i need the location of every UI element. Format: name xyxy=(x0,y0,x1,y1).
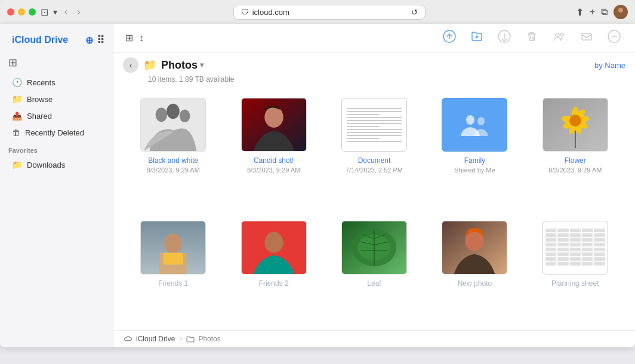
forward-button[interactable]: › xyxy=(75,5,82,18)
file-item-family[interactable]: Family Shared by Me xyxy=(429,93,520,206)
svg-point-35 xyxy=(264,232,283,253)
close-button[interactable] xyxy=(7,8,14,16)
file-meta-flower: 8/3/2023, 9:29 AM xyxy=(548,166,602,175)
traffic-lights xyxy=(7,8,36,16)
breadcrumb-area: ‹ 📁 Photos ▾ by Name xyxy=(113,53,635,75)
add-icloud-button[interactable]: ⊕ xyxy=(85,35,93,46)
folder-icon: 📁 xyxy=(143,58,156,72)
file-meta-family: Shared by Me xyxy=(454,166,495,175)
icloud-icon xyxy=(123,334,132,344)
upload-button[interactable] xyxy=(438,29,461,47)
sidebar-collapse-button[interactable]: ⊞ xyxy=(0,54,113,72)
address-bar[interactable]: 🛡 icloud.com ↺ xyxy=(234,5,425,19)
svg-point-1 xyxy=(616,14,625,19)
file-item-planning-sheet[interactable]: Planning sheet xyxy=(530,216,621,320)
new-folder-button[interactable] xyxy=(466,29,488,47)
sort-by-label[interactable]: by Name xyxy=(594,61,625,70)
collaborate-button[interactable] xyxy=(548,29,571,47)
recently-deleted-label: Recently Deleted xyxy=(25,128,84,137)
email-button[interactable] xyxy=(575,29,598,47)
more-actions-button[interactable] xyxy=(603,29,625,47)
sidebar-item-recents[interactable]: 🕐 Recents xyxy=(4,75,109,90)
items-count: 10 items, 1.89 TB available xyxy=(113,75,635,88)
refresh-icon[interactable]: ↺ xyxy=(411,8,418,17)
back-button[interactable]: ‹ xyxy=(62,5,70,18)
file-thumbnail-document xyxy=(341,98,407,152)
sidebar-toggle-button[interactable]: ⊡ xyxy=(41,7,48,18)
svg-point-10 xyxy=(615,36,616,37)
file-thumbnail-friends1 xyxy=(140,221,206,274)
maximize-button[interactable] xyxy=(29,8,36,16)
folder-title: Photos ▾ xyxy=(161,59,204,72)
breadcrumb-icloud[interactable]: iCloud Drive xyxy=(136,335,175,343)
file-item-candid-shot[interactable]: Candid shot! 8/3/2023, 9:29 AM xyxy=(228,93,319,206)
svg-point-8 xyxy=(611,36,612,37)
bottom-breadcrumb: iCloud Drive > Photos xyxy=(113,330,635,347)
share-browser-button[interactable]: ⬆ xyxy=(576,7,584,18)
svg-point-14 xyxy=(180,109,190,122)
favorites-section-label: Favorites xyxy=(0,141,113,156)
recents-icon: 🕐 xyxy=(12,78,22,87)
svg-point-17 xyxy=(466,115,474,125)
file-item-leaf[interactable]: Leaf xyxy=(329,216,420,320)
panel-icon: ⊞ xyxy=(8,56,17,69)
file-name-leaf: Leaf xyxy=(367,279,381,288)
browse-icon: 📁 xyxy=(12,94,22,104)
file-name-black-and-white: Black and white xyxy=(148,156,198,165)
file-thumbnail-black-and-white xyxy=(140,98,206,152)
svg-point-13 xyxy=(167,104,180,119)
file-name-planning-sheet: Planning sheet xyxy=(551,279,599,288)
trash-icon: 🗑 xyxy=(12,128,20,137)
svg-point-29 xyxy=(569,115,581,127)
file-name-family: Family xyxy=(464,156,485,165)
shared-icon: 📤 xyxy=(12,111,22,121)
svg-point-5 xyxy=(561,33,564,36)
svg-point-9 xyxy=(614,36,615,37)
svg-point-12 xyxy=(156,108,168,122)
file-name-flower: Flower xyxy=(565,156,586,165)
file-name-friends2: Friends 2 xyxy=(259,279,289,288)
url-text: icloud.com xyxy=(252,8,289,17)
file-meta-candid-shot: 8/3/2023, 9:29 AM xyxy=(247,166,300,175)
new-tab-button[interactable]: + xyxy=(590,7,595,17)
file-meta-black-and-white: 8/3/2023, 9:29 AM xyxy=(147,166,200,175)
file-thumbnail-candid-shot xyxy=(241,98,307,152)
file-thumbnail-leaf xyxy=(341,221,407,274)
svg-point-31 xyxy=(164,234,181,254)
sort-button[interactable]: ↕ xyxy=(137,32,146,45)
tab-options-button[interactable]: ▾ xyxy=(53,7,57,17)
downloads-icon: 📁 xyxy=(12,160,22,169)
grid-view-button[interactable]: ⊞ xyxy=(123,31,135,45)
file-thumbnail-family xyxy=(442,98,507,152)
svg-point-4 xyxy=(556,33,559,37)
shared-label: Shared xyxy=(27,112,52,121)
grid-apps-button[interactable]: ⠿ xyxy=(97,33,104,47)
folder-name-text: Photos xyxy=(161,59,198,72)
file-meta-document: 7/14/2023, 2:52 PM xyxy=(346,166,403,175)
file-item-flower[interactable]: Flower 8/3/2023, 9:29 AM xyxy=(530,93,621,206)
file-item-friends2[interactable]: Friends 2 xyxy=(228,216,319,320)
tabs-overview-button[interactable]: ⧉ xyxy=(601,7,608,17)
file-item-friends1[interactable]: Friends 1 xyxy=(128,216,218,320)
delete-button[interactable] xyxy=(520,29,543,47)
back-folder-button[interactable]: ‹ xyxy=(123,57,138,73)
download-button[interactable] xyxy=(493,29,516,47)
file-grid: Black and white 8/3/2023, 9:29 AM Candid… xyxy=(113,88,635,330)
file-item-new-photo[interactable]: New photo xyxy=(429,216,520,320)
view-toggle: ⊞ ↕ xyxy=(123,31,146,45)
minimize-button[interactable] xyxy=(18,8,25,16)
downloads-label: Downloads xyxy=(27,161,65,169)
file-thumbnail-new-photo xyxy=(442,221,507,274)
avatar[interactable] xyxy=(614,5,628,19)
sidebar-item-downloads[interactable]: 📁 Downloads xyxy=(4,157,109,172)
file-name-friends1: Friends 1 xyxy=(158,279,188,288)
sidebar-item-browse[interactable]: 📁 Browse xyxy=(4,91,109,107)
file-item-document[interactable]: Document 7/14/2023, 2:52 PM xyxy=(329,93,420,206)
content-area: ⊞ ↕ xyxy=(113,24,635,347)
sidebar-item-recently-deleted[interactable]: 🗑 Recently Deleted xyxy=(4,125,109,140)
sidebar-brand: iCloud Drive ⊕ ⠿ xyxy=(0,31,113,54)
sidebar: iCloud Drive ⊕ ⠿ ⊞ 🕐 Recents 📁 Browse 📤 … xyxy=(0,24,113,347)
sidebar-item-shared[interactable]: 📤 Shared xyxy=(4,108,109,124)
folder-dropdown-icon[interactable]: ▾ xyxy=(200,61,204,69)
file-item-black-and-white[interactable]: Black and white 8/3/2023, 9:29 AM xyxy=(128,93,218,206)
